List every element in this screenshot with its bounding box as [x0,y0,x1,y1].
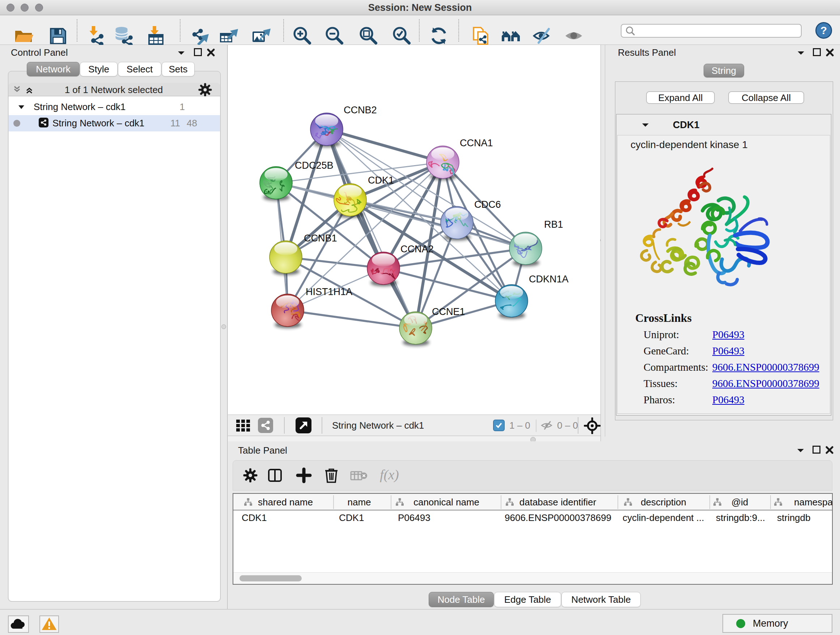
svg-text:CCNA1: CCNA1 [460,138,493,149]
svg-text:CCNB2: CCNB2 [344,105,377,116]
svg-text:CDK1: CDK1 [368,175,394,186]
svg-text:CCNA2: CCNA2 [401,244,434,255]
svg-text:CDKN1A: CDKN1A [529,274,569,285]
svg-text:HIST1H1A: HIST1H1A [306,287,352,297]
svg-text:RB1: RB1 [544,219,563,230]
svg-text:CCNE1: CCNE1 [432,306,465,317]
svg-text:CDC25B: CDC25B [295,160,333,171]
svg-text:CDC6: CDC6 [474,199,501,210]
svg-text:CCNB1: CCNB1 [304,233,337,244]
